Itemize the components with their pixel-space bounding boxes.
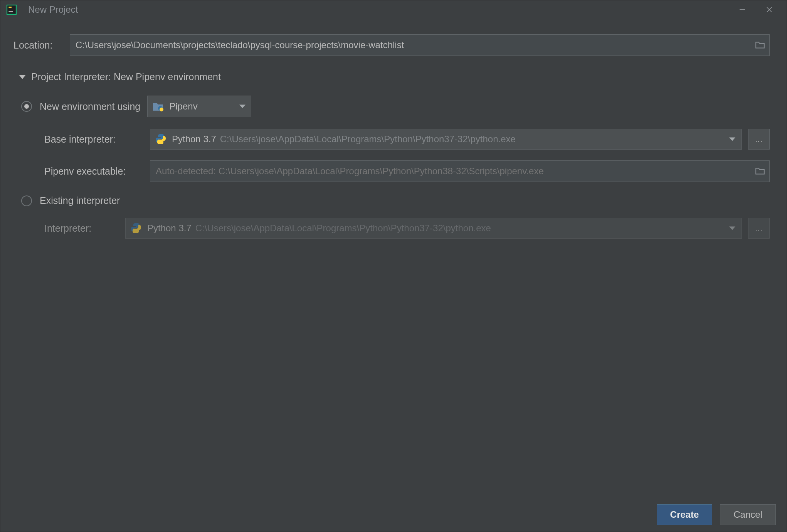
create-button[interactable]: Create	[657, 504, 713, 525]
env-tool-dropdown[interactable]: Pipenv	[147, 96, 251, 117]
pipenv-exe-input[interactable]	[150, 160, 770, 182]
window-title: New Project	[28, 4, 78, 15]
pycharm-icon	[7, 5, 17, 15]
cancel-button[interactable]: Cancel	[720, 504, 776, 525]
dialog-footer: Create Cancel	[0, 497, 787, 532]
titlebar: New Project	[0, 0, 787, 19]
python-icon	[130, 222, 142, 234]
radio-new-env[interactable]	[21, 101, 32, 112]
pipenv-icon	[152, 101, 164, 112]
new-project-dialog: New Project Location: Project Interprete…	[0, 0, 787, 532]
location-input[interactable]	[70, 34, 770, 56]
chevron-down-icon	[239, 105, 246, 108]
browse-folder-icon[interactable]	[753, 165, 767, 178]
base-interpreter-name: Python 3.7	[172, 134, 216, 145]
svg-rect-0	[7, 5, 16, 14]
section-heading-label: Project Interpreter: New Pipenv environm…	[31, 71, 221, 82]
python-icon	[155, 133, 166, 145]
existing-interpreter-name: Python 3.7	[147, 223, 192, 234]
chevron-down-icon	[729, 138, 735, 141]
pipenv-exe-label: Pipenv executable:	[44, 166, 150, 177]
svg-point-7	[160, 108, 163, 111]
new-env-details: Base interpreter: Python 3.7 C:\Users\jo…	[44, 129, 770, 193]
base-interpreter-row: Base interpreter: Python 3.7 C:\Users\jo…	[44, 129, 770, 150]
env-tool-label: Pipenv	[169, 101, 197, 112]
chevron-down-icon	[729, 227, 735, 230]
chevron-down-icon	[19, 75, 26, 79]
existing-interpreter-browse-button[interactable]: ...	[748, 218, 770, 239]
close-button[interactable]	[756, 2, 783, 17]
base-interpreter-label: Base interpreter:	[44, 134, 150, 145]
base-interpreter-path: C:\Users\jose\AppData\Local\Programs\Pyt…	[220, 134, 516, 145]
radio-existing[interactable]	[21, 195, 32, 206]
location-row: Location:	[13, 34, 770, 56]
browse-folder-icon[interactable]	[753, 39, 767, 52]
new-environment-option[interactable]: New environment using Pipenv	[21, 96, 770, 117]
pipenv-executable-row: Pipenv executable:	[44, 160, 770, 182]
minimize-button[interactable]	[729, 2, 756, 17]
base-interpreter-dropdown[interactable]: Python 3.7 C:\Users\jose\AppData\Local\P…	[150, 129, 742, 150]
existing-interpreter-option[interactable]: Existing interpreter	[21, 195, 770, 206]
svg-rect-2	[8, 11, 13, 12]
location-input-wrap	[70, 34, 770, 56]
existing-label: Existing interpreter	[40, 195, 120, 206]
existing-interpreter-path: C:\Users\jose\AppData\Local\Programs\Pyt…	[195, 223, 491, 234]
svg-rect-1	[8, 7, 12, 8]
location-label: Location:	[13, 40, 70, 51]
existing-interpreter-dropdown[interactable]: Python 3.7 C:\Users\jose\AppData\Local\P…	[125, 218, 742, 239]
interpreter-section-header[interactable]: Project Interpreter: New Pipenv environm…	[19, 71, 770, 82]
existing-interpreter-row: Interpreter: Python 3.7 C:\Users\jose\Ap…	[44, 218, 770, 239]
existing-interpreter-label: Interpreter:	[44, 223, 125, 234]
pipenv-exe-input-wrap	[150, 160, 770, 182]
base-interpreter-browse-button[interactable]: ...	[748, 129, 770, 150]
dialog-content: Location: Project Interpreter: New Pipen…	[0, 19, 787, 497]
new-env-label: New environment using	[40, 101, 140, 112]
